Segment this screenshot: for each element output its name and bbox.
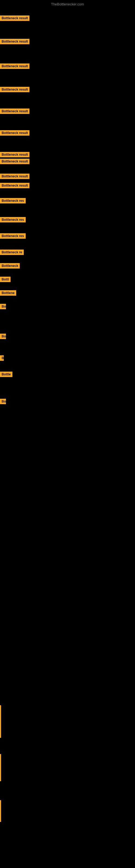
bottleneck-badge: Bottleneck res [0, 198, 26, 204]
bottleneck-badge: Bottleneck re [0, 250, 24, 255]
bottleneck-badge: Bottl [0, 277, 10, 282]
vertical-bar [0, 800, 1, 822]
bottleneck-badge: Bo [0, 399, 6, 404]
vertical-bar [0, 705, 1, 738]
bottleneck-badge: Bottleneck result [0, 108, 30, 114]
bottleneck-badge: Bottle [0, 372, 12, 377]
bottleneck-badge: Bottlene [0, 290, 16, 296]
bottleneck-badge: Bo [0, 304, 6, 309]
bottleneck-badge: Bottleneck [0, 263, 20, 269]
bottleneck-badge: Bottleneck result [0, 183, 30, 188]
vertical-bar [0, 754, 1, 781]
bottleneck-badge: Bottleneck result [0, 39, 30, 44]
bottleneck-badge: Bottleneck result [0, 159, 30, 164]
bottleneck-badge: Bottleneck result [0, 16, 30, 21]
bottleneck-badge: Bottleneck result [0, 174, 30, 179]
bottleneck-badge: Bottleneck result [0, 87, 30, 92]
bottleneck-badge: Bo [0, 334, 6, 339]
site-title: TheBottlenecker.com [0, 2, 135, 6]
bottleneck-badge: Bottleneck result [0, 130, 30, 135]
bottleneck-badge: Bottleneck result [0, 63, 30, 69]
bottleneck-badge: Bottleneck res [0, 217, 26, 222]
bottleneck-badge: Bottleneck res [0, 233, 26, 239]
bottleneck-badge: Bottleneck result [0, 152, 30, 157]
bottleneck-badge: B [0, 355, 4, 361]
